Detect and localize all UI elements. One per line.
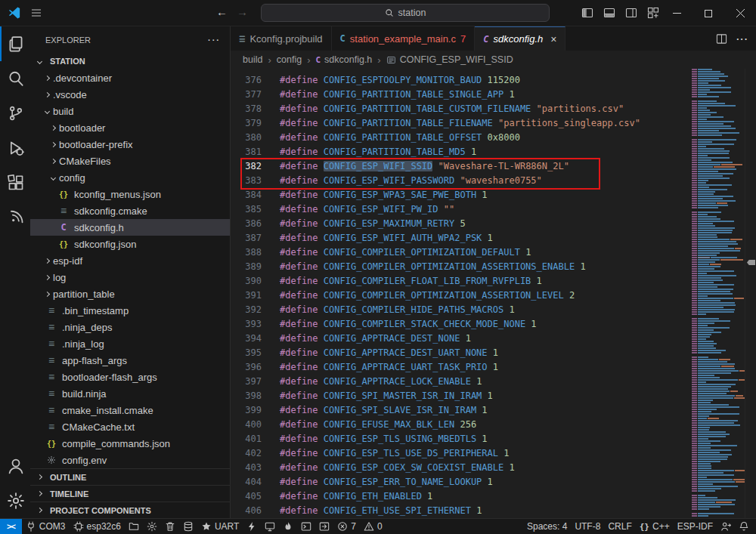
- status-item-gear[interactable]: [143, 519, 161, 534]
- code-line-382[interactable]: 382#define CONFIG_ESP_WIFI_SSID "Wavesha…: [231, 159, 756, 174]
- code-line-405[interactable]: 405#define CONFIG_ETH_ENABLED 1: [231, 489, 756, 504]
- customize-layout-icon[interactable]: [647, 7, 659, 19]
- status-item-terminal[interactable]: [297, 519, 315, 534]
- toggle-sidebar-icon[interactable]: [581, 7, 593, 19]
- tab-station_example_main.c[interactable]: Cstation_example_main.c7: [332, 26, 476, 51]
- code-line-390[interactable]: 390#define CONFIG_COMPILER_FLOAT_LIB_FRO…: [231, 274, 756, 289]
- status-item-><[interactable]: ><: [0, 519, 22, 534]
- tree-item-.ninja_log[interactable]: ≡.ninja_log: [30, 335, 230, 352]
- code-line-392[interactable]: 392#define CONFIG_COMPILER_HIDE_PATHS_MA…: [231, 303, 756, 317]
- back-arrow[interactable]: ←: [216, 5, 228, 18]
- tree-item-CMakeFiles[interactable]: CMakeFiles: [30, 153, 230, 169]
- code-line-379[interactable]: 379#define CONFIG_PARTITION_TABLE_FILENA…: [231, 116, 756, 131]
- maximize-button[interactable]: [692, 0, 724, 26]
- tab-sdkconfig.h[interactable]: Csdkconfig.h×: [475, 26, 565, 51]
- status-item-0[interactable]: 0: [360, 519, 386, 534]
- code-line-402[interactable]: 402#define CONFIG_ESP_TLS_USE_DS_PERIPHE…: [231, 446, 756, 461]
- code-line-393[interactable]: 393#define CONFIG_COMPILER_STACK_CHECK_M…: [231, 317, 756, 332]
- status-item-7[interactable]: 7: [333, 519, 360, 534]
- activity-item-search[interactable]: [0, 61, 30, 96]
- code-line-381[interactable]: 381#define CONFIG_PARTITION_TABLE_MD5 1: [231, 145, 756, 159]
- tree-item-bootloader-flash_args[interactable]: ≡bootloader-flash_args: [30, 369, 230, 385]
- tree-item-build[interactable]: build: [30, 103, 230, 119]
- code-line-387[interactable]: 387#define CONFIG_ESP_WIFI_AUTH_WPA2_PSK…: [231, 231, 756, 245]
- status-item-folder[interactable]: [125, 519, 143, 534]
- tree-item-kconfig_menus.json[interactable]: {}kconfig_menus.json: [30, 186, 230, 202]
- section-timeline[interactable]: TIMELINE: [30, 485, 230, 502]
- status-item-ESP-IDF[interactable]: ESP-IDF: [674, 519, 717, 534]
- status-item-esp32c6[interactable]: esp32c6: [70, 519, 125, 534]
- section-station[interactable]: STATION: [30, 53, 230, 69]
- breadcrumb-item-CONFIG_ESP_WIFI_SSID[interactable]: CONFIG_ESP_WIFI_SSID: [386, 54, 513, 65]
- code-line-380[interactable]: 380#define CONFIG_PARTITION_TABLE_OFFSET…: [231, 131, 756, 145]
- code-line-377[interactable]: 377#define CONFIG_PARTITION_TABLE_SINGLE…: [231, 88, 756, 102]
- code-line-403[interactable]: 403#define CONFIG_ESP_COEX_SW_COEXIST_EN…: [231, 461, 756, 475]
- status-item-COM3[interactable]: COM3: [22, 519, 70, 534]
- code-line-397[interactable]: 397#define CONFIG_APPTRACE_LOCK_ENABLE 1: [231, 375, 756, 389]
- toggle-secondary-sidebar-icon[interactable]: [625, 7, 637, 19]
- status-item-flame[interactable]: [279, 519, 297, 534]
- tree-item-log[interactable]: log: [30, 269, 230, 286]
- status-item-arrow-box[interactable]: [315, 519, 333, 534]
- tree-item-build.ninja[interactable]: ≡build.ninja: [30, 385, 230, 402]
- section-project-components[interactable]: PROJECT COMPONENTS: [30, 502, 230, 518]
- tree-item-config.env[interactable]: config.env: [30, 452, 230, 468]
- code-line-384[interactable]: 384#define CONFIG_ESP_WPA3_SAE_PWE_BOTH …: [231, 188, 756, 202]
- tree-item-partition_table[interactable]: partition_table: [30, 286, 230, 302]
- close-button[interactable]: [724, 0, 756, 26]
- command-center-search[interactable]: station: [261, 4, 550, 22]
- tree-item-sdkconfig.cmake[interactable]: ≡sdkconfig.cmake: [30, 202, 230, 219]
- breadcrumb-item-config[interactable]: config: [277, 54, 302, 65]
- tree-item-.bin_timestamp[interactable]: ≡.bin_timestamp: [30, 302, 230, 319]
- code-line-383[interactable]: 383#define CONFIG_ESP_WIFI_PASSWORD "wav…: [231, 174, 756, 188]
- tree-item-app-flash_args[interactable]: ≡app-flash_args: [30, 352, 230, 369]
- activity-item-espressif[interactable]: [0, 200, 30, 235]
- tree-item-compile_commands.json[interactable]: {}compile_commands.json: [30, 435, 230, 452]
- activity-item-run-debug[interactable]: [0, 131, 30, 165]
- tree-item-bootloader-prefix[interactable]: bootloader-prefix: [30, 136, 230, 153]
- tree-item-sdkconfig.h[interactable]: Csdkconfig.h: [30, 219, 230, 236]
- breadcrumb-item-sdkconfig.h[interactable]: Csdkconfig.h: [315, 54, 372, 65]
- status-item-trash[interactable]: [161, 519, 179, 534]
- tree-item-.ninja_deps[interactable]: ≡.ninja_deps: [30, 319, 230, 335]
- tree-item-sdkconfig.json[interactable]: {}sdkconfig.json: [30, 236, 230, 252]
- activity-item-account[interactable]: [0, 449, 30, 483]
- tree-item-.vscode[interactable]: .vscode: [30, 86, 230, 103]
- tree-item-bootloader[interactable]: bootloader: [30, 119, 230, 136]
- code-line-389[interactable]: 389#define CONFIG_COMPILER_OPTIMIZATION_…: [231, 260, 756, 274]
- forward-arrow[interactable]: →: [237, 5, 248, 18]
- breadcrumb-item-build[interactable]: build: [243, 54, 262, 65]
- status-item-C++[interactable]: {}C++: [636, 519, 674, 534]
- code-line-400[interactable]: 400#define CONFIG_EFUSE_MAX_BLK_LEN 256: [231, 418, 756, 432]
- status-item-bell[interactable]: [735, 519, 753, 534]
- status-item-CRLF[interactable]: CRLF: [604, 519, 635, 534]
- status-item-monitor[interactable]: [261, 519, 279, 534]
- code-line-386[interactable]: 386#define CONFIG_ESP_MAXIMUM_RETRY 5: [231, 217, 756, 231]
- tree-item-cmake_install.cmake[interactable]: ≡cmake_install.cmake: [30, 402, 230, 418]
- toggle-panel-icon[interactable]: [603, 7, 615, 19]
- code-line-396[interactable]: 396#define CONFIG_APPTRACE_UART_TASK_PRI…: [231, 360, 756, 375]
- code-line-388[interactable]: 388#define CONFIG_COMPILER_OPTIMIZATION_…: [231, 245, 756, 260]
- code-line-391[interactable]: 391#define CONFIG_COMPILER_OPTIMIZATION_…: [231, 289, 756, 303]
- status-item-person[interactable]: [717, 519, 735, 534]
- overview-ruler[interactable]: [745, 69, 756, 518]
- tree-item-esp-idf[interactable]: esp-idf: [30, 252, 230, 269]
- status-item-UART[interactable]: UART: [197, 519, 243, 534]
- tab-Kconfig.projbuild[interactable]: ≡Kconfig.projbuild: [231, 26, 332, 51]
- explorer-more-icon[interactable]: ···: [208, 35, 221, 45]
- code-line-394[interactable]: 394#define CONFIG_APPTRACE_DEST_NONE 1: [231, 332, 756, 346]
- status-item-bolt[interactable]: [243, 519, 261, 534]
- activity-item-source-control[interactable]: [0, 96, 30, 131]
- code-line-385[interactable]: 385#define CONFIG_ESP_WIFI_PW_ID "": [231, 202, 756, 217]
- activity-item-explorer[interactable]: [0, 26, 30, 61]
- minimize-button[interactable]: [661, 0, 692, 26]
- code-line-376[interactable]: 376#define CONFIG_ESPTOOLPY_MONITOR_BAUD…: [231, 73, 756, 88]
- status-item-UTF-8[interactable]: UTF-8: [571, 519, 604, 534]
- code-line-401[interactable]: 401#define CONFIG_ESP_TLS_USING_MBEDTLS …: [231, 432, 756, 446]
- code-line-378[interactable]: 378#define CONFIG_PARTITION_TABLE_CUSTOM…: [231, 102, 756, 116]
- split-editor-icon[interactable]: [716, 33, 727, 45]
- minimap[interactable]: [684, 69, 745, 518]
- code-line-406[interactable]: 406#define CONFIG_ETH_USE_SPI_ETHERNET 1: [231, 504, 756, 518]
- code-area[interactable]: 376#define CONFIG_ESPTOOLPY_MONITOR_BAUD…: [231, 69, 756, 518]
- code-line-395[interactable]: 395#define CONFIG_APPTRACE_DEST_UART_NON…: [231, 346, 756, 360]
